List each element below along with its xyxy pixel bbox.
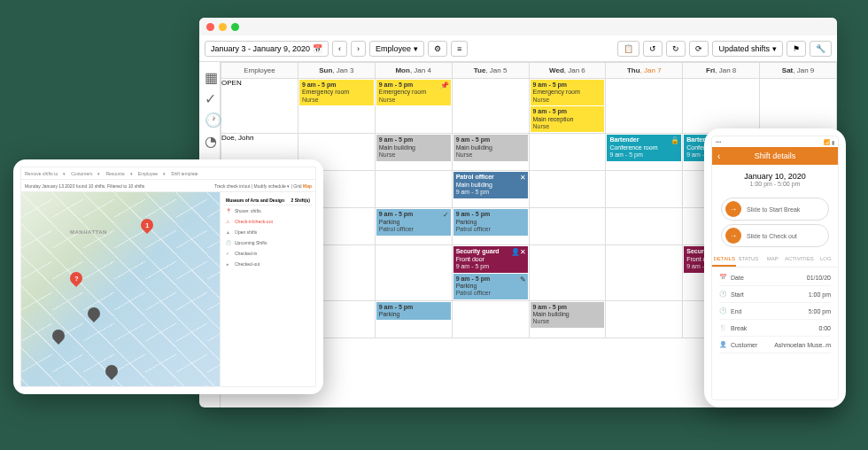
shift-card[interactable]: 9 am - 5 pmParkingPatrol officer (453, 209, 528, 235)
arrow-icon: → (725, 201, 741, 217)
detail-list: 📅Date01/10/20 🕐Start1:00 pm 🕐End5:00 pm … (712, 268, 838, 355)
tablet-nav: Remove shifts to▾ Customers▾ Resource▾ E… (21, 167, 315, 180)
date-range-picker[interactable]: January 3 - January 9, 2020📅 (205, 41, 329, 57)
tab-status[interactable]: STATUS (736, 252, 760, 267)
phone-statusbar: •••📶 ▮ (712, 136, 838, 147)
view-selector[interactable]: Employee▾ (369, 41, 424, 57)
redo-button[interactable]: ↻ (666, 41, 686, 57)
clipboard-button[interactable]: 📋 (617, 41, 639, 57)
check-icon[interactable]: ✓ (205, 90, 215, 101)
tab-details[interactable]: DETAILS (712, 252, 736, 267)
shift-card[interactable]: 9 am - 5 pmEmergency roomNurse📌 (376, 80, 451, 105)
shift-card[interactable]: 9 am - 5 pmParkingPatrol officer✓ (376, 209, 451, 235)
shift-card[interactable]: 9 am - 5 pmParking (376, 302, 451, 321)
panel-item[interactable]: ⚠Check-in/check-out (224, 216, 312, 227)
employee-row[interactable]: OPEN (221, 79, 298, 134)
calendar-icon: 📅 (313, 44, 322, 53)
shift-card[interactable]: Security guardFront door9 am - 5 pm👤✕ (453, 246, 528, 272)
panel-item[interactable]: ▲Open shifts (224, 227, 312, 237)
map-pin[interactable] (103, 362, 120, 380)
shift-card[interactable]: 9 am - 5 pmMain buildingNurse (376, 135, 451, 160)
detail-row: 👤CustomerAshmoelan Muse..m (719, 337, 831, 353)
break-icon: 🍴 (719, 324, 726, 331)
list-button[interactable]: ≡ (451, 41, 468, 57)
user-icon: 👤 (719, 341, 726, 348)
panel-item[interactable]: 🕐Upcoming Shifts (224, 237, 312, 248)
slide-checkout[interactable]: →Slide to Check out (721, 224, 829, 247)
check-icon: ✕ (520, 174, 526, 182)
slide-start-break[interactable]: →Slide to Start Break (721, 198, 829, 221)
phone-device: •••📶 ▮ ‹ Shift details January 10, 2020 … (704, 128, 846, 407)
lock-icon: 🔒 (670, 136, 679, 145)
map-pin[interactable]: ? (67, 269, 85, 287)
detail-row: 🕐End5:00 pm (719, 303, 831, 320)
detail-row: 📅Date01/10/20 (719, 269, 831, 286)
shift-card[interactable]: 9 am - 5 pmEmergency roomNurse (299, 80, 374, 105)
close-dot[interactable] (206, 23, 214, 31)
employee-header: Employee (221, 63, 298, 79)
tab-log[interactable]: LOG (814, 252, 838, 267)
settings-button[interactable]: ⚙ (428, 41, 447, 57)
detail-row: 🕐Start1:00 pm (719, 286, 831, 303)
detail-row: 🍴Break0:00 (719, 320, 831, 337)
panel-item[interactable]: 📍Shown: shifts (224, 206, 312, 216)
list-icon: ≡ (457, 44, 461, 53)
flag-button[interactable]: ⚑ (787, 41, 806, 57)
shift-card[interactable]: 9 am - 5 pmEmergency roomNurse (531, 80, 605, 105)
map-side-panel: Museum of Arts and Design2 Shift(s) 📍Sho… (220, 192, 315, 386)
shift-card[interactable]: BartenderConference room9 am - 5 pm🔒 (607, 135, 681, 160)
toolbar: January 3 - January 9, 2020📅 ‹ › Employe… (199, 35, 837, 62)
tab-map[interactable]: MAP (761, 252, 785, 267)
shift-card[interactable]: Patrol officerMain building9 am - 5 pm✕ (453, 172, 528, 198)
arrow-icon: → (725, 228, 741, 244)
detail-tabs: DETAILS STATUS MAP ACTIVITIES LOG (712, 252, 838, 268)
check-icon: ✓ (443, 211, 449, 220)
min-dot[interactable] (219, 23, 227, 31)
clock-icon[interactable]: 🕐 (205, 112, 215, 122)
shift-card[interactable]: 9 am - 5 pmMain buildingNurse (531, 302, 605, 328)
panel-item[interactable]: ●Checked-out (224, 259, 312, 269)
undo-button[interactable]: ↺ (643, 41, 663, 57)
max-dot[interactable] (231, 23, 239, 31)
phone-header: ‹ Shift details (712, 147, 838, 165)
edit-icon: ✎ (520, 275, 526, 284)
tools-button[interactable]: 🔧 (810, 41, 832, 57)
shift-card[interactable]: 9 am - 5 pmParkingPatrol officer✎ (453, 274, 528, 299)
tablet-subbar: Monday January 13 2020 found 10 shifts, … (21, 180, 315, 192)
refresh-button[interactable]: ⟳ (689, 41, 709, 57)
prev-button[interactable]: ‹ (332, 41, 347, 57)
pie-icon[interactable]: ◔ (205, 133, 215, 144)
calendar-icon: 📅 (719, 274, 726, 281)
shift-card[interactable]: 9 am - 5 pmMain buildingNurse (453, 135, 528, 160)
next-button[interactable]: › (351, 41, 366, 57)
user-icon: 👤✕ (511, 248, 526, 257)
map-pin[interactable] (85, 305, 103, 322)
shift-date: January 10, 2020 1:00 pm - 5:00 pm (712, 165, 838, 194)
clock-icon: 🕐 (719, 307, 726, 314)
map-view[interactable]: MANHATTAN 1 ? (21, 192, 220, 386)
panel-item[interactable]: ✓Checked-in (224, 248, 312, 259)
clock-icon: 🕐 (719, 291, 726, 298)
tab-activities[interactable]: ACTIVITIES (785, 252, 814, 267)
map-pin[interactable]: 1 (138, 216, 156, 234)
map-label: MANHATTAN (70, 229, 107, 235)
back-icon[interactable]: ‹ (717, 151, 720, 161)
gear-icon: ⚙ (434, 44, 441, 53)
window-chrome (199, 18, 837, 35)
shift-card[interactable]: 9 am - 5 pmMain receptionNurse (531, 106, 605, 132)
filter-selector[interactable]: Updated shifts▾ (712, 41, 783, 57)
grid-icon[interactable]: ▦ (205, 69, 215, 80)
map-pin[interactable] (50, 327, 67, 345)
tablet-device: Remove shifts to▾ Customers▾ Resource▾ E… (13, 159, 323, 394)
pin-icon: 📌 (440, 81, 449, 90)
